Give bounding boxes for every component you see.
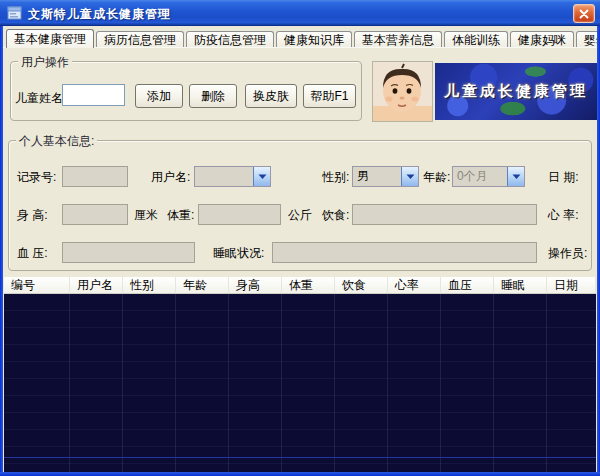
list-column: [70, 294, 123, 472]
delete-button[interactable]: 删除: [189, 84, 237, 108]
baby-photo: [372, 61, 433, 122]
gender-combo-value: 男: [353, 168, 401, 185]
column-header[interactable]: 饮食: [335, 277, 388, 293]
list-column: [176, 294, 229, 472]
titlebar[interactable]: 文斯特儿童成长健康管理: [0, 0, 600, 26]
window-border-left: [0, 26, 3, 476]
chevron-down-icon[interactable]: [507, 167, 524, 186]
list-column: [4, 294, 70, 472]
child-name-label: 儿童姓名:: [15, 90, 66, 107]
child-name-input[interactable]: [62, 84, 125, 106]
tab-physical-training[interactable]: 体能训练: [444, 31, 508, 47]
sleep-status-input[interactable]: [272, 242, 537, 263]
column-header[interactable]: 日期: [547, 277, 596, 293]
list-column: [229, 294, 282, 472]
window-border-bottom: [0, 472, 600, 476]
blood-pressure-label: 血 压:: [17, 245, 48, 262]
list-column: [388, 294, 441, 472]
column-header[interactable]: 身高: [229, 277, 282, 293]
height-label: 身 高:: [17, 207, 48, 224]
diet-label: 饮食:: [322, 207, 349, 224]
column-header[interactable]: 睡眠: [494, 277, 547, 293]
record-table-header: 编号 用户名 性别 年龄 身高 体重 饮食 心率 血压 睡眠 日期: [4, 277, 596, 294]
window-title: 文斯特儿童成长健康管理: [28, 6, 171, 23]
record-list[interactable]: [4, 294, 596, 472]
personal-info-group-title: 个人基本信息:: [16, 133, 97, 150]
column-header[interactable]: 血压: [441, 277, 494, 293]
username-combo[interactable]: [194, 166, 271, 187]
tab-nutrition-info[interactable]: 基本营养信息: [354, 31, 442, 47]
column-header[interactable]: 体重: [282, 277, 335, 293]
blood-pressure-input[interactable]: [62, 242, 195, 263]
tab-healthy-mom[interactable]: 健康妈咪: [510, 31, 574, 47]
column-header[interactable]: 编号: [4, 277, 70, 293]
list-bottom-divider: [4, 457, 596, 458]
age-combo[interactable]: 0个月: [452, 166, 525, 187]
user-operations-group-title: 用户操作: [18, 54, 72, 71]
add-button[interactable]: 添加: [135, 84, 183, 108]
list-column: [282, 294, 335, 472]
tab-page-basic-health: 用户操作 儿童姓名: 添加 删除 换皮肤 帮助F1: [3, 47, 597, 472]
heart-rate-label: 心 率:: [548, 207, 579, 224]
age-combo-value: 0个月: [453, 168, 507, 185]
banner-text: 儿童成长健康管理: [444, 82, 588, 101]
app-icon: [7, 5, 23, 21]
date-label: 日 期:: [548, 169, 579, 186]
column-header[interactable]: 心率: [388, 277, 441, 293]
tab-vaccine-info[interactable]: 防疫信息管理: [186, 31, 274, 47]
chevron-down-icon[interactable]: [253, 167, 270, 186]
list-column: [547, 294, 596, 472]
sleep-status-label: 睡眠状况:: [213, 245, 264, 262]
gender-combo[interactable]: 男: [352, 166, 419, 187]
column-header[interactable]: 年龄: [176, 277, 229, 293]
height-input[interactable]: [62, 204, 128, 225]
height-unit-label: 厘米: [134, 207, 158, 224]
weight-unit-label: 公斤: [288, 207, 312, 224]
list-column: [494, 294, 547, 472]
operator-label: 操作员:: [548, 245, 587, 262]
tab-basic-health[interactable]: 基本健康管理: [6, 29, 94, 48]
list-column: [123, 294, 176, 472]
change-skin-button[interactable]: 换皮肤: [245, 84, 297, 108]
list-column: [441, 294, 494, 472]
weight-label: 体重:: [167, 207, 194, 224]
tab-bar: 基本健康管理 病历信息管理 防疫信息管理 健康知识库 基本营养信息 体能训练 健…: [6, 29, 600, 47]
list-column: [335, 294, 388, 472]
app-banner: 儿童成长健康管理: [435, 63, 597, 120]
weight-input[interactable]: [198, 204, 281, 225]
record-no-label: 记录号:: [17, 169, 56, 186]
column-header[interactable]: 性别: [123, 277, 176, 293]
gender-label: 性别:: [322, 169, 349, 186]
record-no-input[interactable]: [62, 166, 128, 187]
chevron-down-icon[interactable]: [401, 167, 418, 186]
age-label: 年龄:: [423, 169, 450, 186]
app-window: 文斯特儿童成长健康管理 基本健康管理 病历信息管理 防疫信息管理 健康知识库 基…: [0, 0, 600, 476]
column-header[interactable]: 用户名: [70, 277, 123, 293]
diet-input[interactable]: [352, 204, 537, 225]
close-button[interactable]: [573, 4, 595, 23]
username-label: 用户名:: [151, 169, 190, 186]
help-button[interactable]: 帮助F1: [303, 84, 356, 108]
tab-medical-record[interactable]: 病历信息管理: [96, 31, 184, 47]
tab-health-knowledge[interactable]: 健康知识库: [276, 31, 352, 47]
